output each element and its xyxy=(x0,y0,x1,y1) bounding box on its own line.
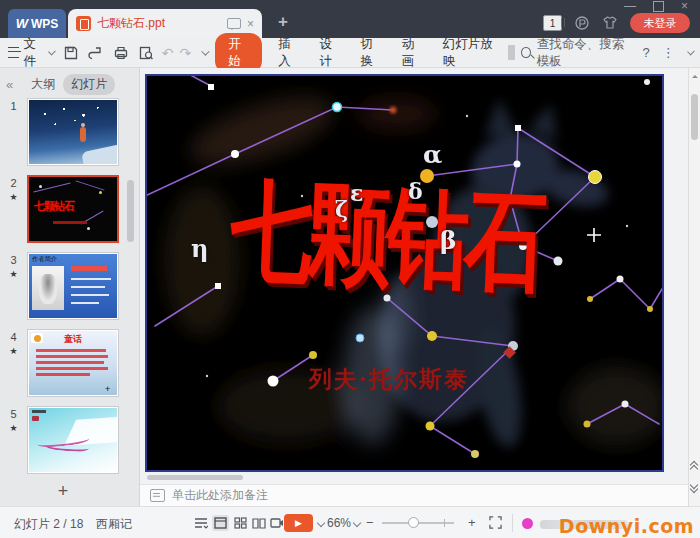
close-tab-icon[interactable]: × xyxy=(247,18,254,30)
animation-star-icon: ★ xyxy=(0,192,27,202)
collapse-panel-icon[interactable]: « xyxy=(6,77,13,92)
zoom-out-button[interactable]: − xyxy=(366,515,374,530)
scroll-up-arrow[interactable] xyxy=(692,72,698,78)
collapse-ribbon-icon[interactable] xyxy=(687,47,695,55)
help-button[interactable]: ? xyxy=(643,45,650,60)
greek-eta-label: η xyxy=(191,234,208,263)
scrollbar-thumb[interactable] xyxy=(691,94,698,140)
animation-star-icon: ★ xyxy=(0,423,27,433)
play-slideshow-button[interactable]: ▶ xyxy=(284,514,313,532)
slide-thumbnail-list: 1 2 ★ 七颗钻石 xyxy=(0,98,126,480)
undo-icon[interactable]: ↶ xyxy=(162,45,174,61)
slide-author-text[interactable]: 列夫·托尔斯泰 xyxy=(309,364,469,395)
slide-thumbnail-2[interactable]: 2 ★ 七颗钻石 xyxy=(0,175,126,243)
promo-dot-icon[interactable] xyxy=(522,518,533,529)
tab-slides[interactable]: 幻灯片 xyxy=(63,74,115,95)
greek-zeta-label: ζ xyxy=(335,196,348,222)
print-icon[interactable] xyxy=(113,45,129,61)
greek-alpha-label: α xyxy=(423,140,442,169)
previous-slide-button[interactable] xyxy=(691,462,699,472)
export-pdf-icon[interactable] xyxy=(88,45,104,61)
sidebar-scrollbar[interactable] xyxy=(127,180,134,242)
statusbar: 幻灯片 2 / 18 西厢记 ▶ 66% − + xyxy=(0,506,700,538)
comment-icon[interactable] xyxy=(227,18,241,29)
slide-editor-area: 七颗钻石 列夫·托尔斯泰 α β δ ε ζ η xyxy=(140,68,688,484)
tab-home[interactable]: 开始 xyxy=(215,33,262,73)
document-title: 七颗钻石.ppt xyxy=(97,15,221,32)
tab-animation[interactable]: 动画 xyxy=(392,33,433,73)
minimize-button[interactable]: — xyxy=(624,0,636,12)
slideshow-view-icon[interactable] xyxy=(268,515,285,531)
notes-panel[interactable]: 单击此处添加备注 xyxy=(140,484,688,506)
theme-name[interactable]: 西厢记 xyxy=(96,516,132,533)
reading-view-icon[interactable] xyxy=(250,515,267,531)
wps-presentation-window: — × W WPS 七颗钻石.ppt × + 1 未登录 xyxy=(0,0,700,538)
next-slide-button[interactable] xyxy=(691,482,699,492)
tab-slideshow[interactable]: 幻灯片放映 xyxy=(433,33,506,73)
slide-panel: « 大纲 幻灯片 1 2 ★ xyxy=(0,68,140,506)
notes-toggle-icon[interactable] xyxy=(192,515,209,531)
login-button[interactable]: 未登录 xyxy=(630,13,690,33)
slide-thumbnail-4[interactable]: 4 ★ 童话 + xyxy=(0,329,126,397)
slide-5-preview xyxy=(29,408,117,472)
new-tab-button[interactable]: + xyxy=(278,12,288,32)
greek-epsilon-label: ε xyxy=(350,180,363,206)
slide-number: 2 xyxy=(10,177,16,189)
tab-design[interactable]: 设计 xyxy=(309,33,350,73)
close-window-button[interactable]: × xyxy=(681,0,688,12)
file-menu-label: 文件 xyxy=(24,36,44,70)
slide-3-preview: 作者简介 xyxy=(29,254,117,318)
thumb-heading: 作者简介 xyxy=(32,255,57,264)
tab-transitions[interactable]: 切换 xyxy=(351,33,392,73)
slide-4-preview: 童话 + xyxy=(29,331,117,395)
more-menu-icon[interactable]: ⋮ xyxy=(662,45,675,60)
vertical-scrollbar[interactable] xyxy=(688,68,700,506)
slide-number: 3 xyxy=(10,254,16,266)
wps-label: WPS xyxy=(31,17,58,31)
fit-to-window-icon[interactable] xyxy=(489,516,502,532)
save-icon[interactable] xyxy=(63,45,79,61)
greek-delta-label: δ xyxy=(408,178,423,204)
animation-star-icon: ★ xyxy=(0,346,27,356)
slide-canvas[interactable]: 七颗钻石 列夫·托尔斯泰 α β δ ε ζ η xyxy=(145,74,664,472)
ribbon-bar: 文件 ↶ ↷ 开 xyxy=(0,38,700,68)
statusbar-divider xyxy=(512,514,513,532)
tab-outline[interactable]: 大纲 xyxy=(23,74,63,95)
window-count-badge[interactable]: 1 xyxy=(543,15,562,31)
wps-home-tab[interactable]: W WPS xyxy=(8,9,66,38)
slide-title-text[interactable]: 七颗钻石 xyxy=(229,174,545,300)
hamburger-icon xyxy=(8,47,19,58)
ribbon-divider-handle xyxy=(508,45,516,60)
notes-placeholder: 单击此处添加备注 xyxy=(172,487,268,504)
play-options-icon[interactable] xyxy=(317,519,325,527)
ppt-file-icon xyxy=(76,16,91,31)
redo-icon[interactable]: ↷ xyxy=(180,45,192,61)
slide-thumbnail-1[interactable]: 1 xyxy=(0,98,126,166)
normal-view-icon[interactable] xyxy=(212,515,229,531)
maximize-button[interactable] xyxy=(653,1,664,12)
zoom-options-icon[interactable] xyxy=(353,519,361,527)
slide-thumbnail-3[interactable]: 3 ★ 作者简介 xyxy=(0,252,126,320)
thumb-heading: 童话 xyxy=(29,333,117,346)
zoom-level[interactable]: 66% xyxy=(327,516,351,530)
animation-star-icon: ★ xyxy=(0,269,27,279)
skin-tshirt-icon[interactable] xyxy=(602,15,618,31)
greek-beta-label: β xyxy=(440,226,457,255)
command-search[interactable]: 查找命令、搜索模板 xyxy=(521,36,630,70)
member-coin-icon[interactable] xyxy=(574,15,590,31)
slide-2-preview: 七颗钻石 xyxy=(29,177,117,241)
slide-thumbnail-5[interactable]: 5 ★ xyxy=(0,406,126,474)
search-placeholder: 查找命令、搜索模板 xyxy=(537,36,631,70)
slide-number: 1 xyxy=(10,100,16,112)
undo-dropdown-icon[interactable] xyxy=(201,47,209,55)
horizontal-scrollbar[interactable] xyxy=(145,474,664,481)
tab-insert[interactable]: 插入 xyxy=(268,33,309,73)
zoom-slider-knob[interactable] xyxy=(408,517,419,528)
file-menu[interactable]: 文件 xyxy=(8,36,53,70)
zoom-slider[interactable] xyxy=(382,522,454,524)
add-slide-button[interactable]: + xyxy=(0,481,126,502)
slide-sorter-icon[interactable] xyxy=(232,515,249,531)
slide-counter: 幻灯片 2 / 18 xyxy=(14,516,83,533)
print-preview-icon[interactable] xyxy=(138,45,154,61)
zoom-in-button[interactable]: + xyxy=(468,515,476,530)
